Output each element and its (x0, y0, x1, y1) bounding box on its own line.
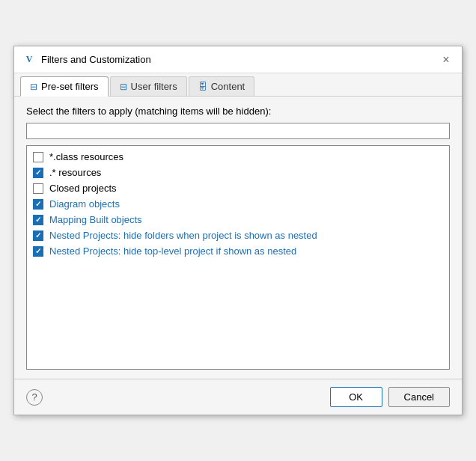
dialog-body: Select the filters to apply (matching it… (14, 97, 462, 379)
tab-preset-label: Pre-set filters (41, 81, 99, 92)
tab-content[interactable]: 🗄 Content (189, 76, 255, 96)
search-input[interactable] (26, 123, 450, 139)
filter-list: *.class resources .* resources Closed pr… (26, 145, 450, 370)
item-label-closed-projects: Closed projects (49, 183, 117, 194)
instruction-text: Select the filters to apply (matching it… (26, 106, 450, 117)
list-item[interactable]: Nested Projects: hide folders when proje… (27, 228, 449, 243)
tab-preset-filters[interactable]: ⊟ Pre-set filters (20, 76, 109, 97)
tab-user-filters[interactable]: ⊟ User filters (110, 76, 187, 96)
close-button[interactable]: × (439, 53, 453, 67)
ok-button[interactable]: OK (330, 387, 382, 407)
tab-user-label: User filters (131, 81, 177, 92)
tab-content-label: Content (211, 81, 245, 92)
content-icon: 🗄 (198, 82, 207, 92)
checkbox-nested-folders[interactable] (33, 230, 43, 241)
list-item[interactable]: Nested Projects: hide top-level project … (27, 243, 449, 259)
dialog-title: Filters and Customization (41, 54, 151, 65)
list-item[interactable]: Diagram objects (27, 196, 449, 212)
dialog-footer: ? OK Cancel (14, 379, 462, 415)
item-label-nested-top: Nested Projects: hide top-level project … (49, 245, 296, 257)
tabs-bar: ⊟ Pre-set filters ⊟ User filters 🗄 Conte… (14, 73, 462, 97)
checkbox-mapping-built[interactable] (33, 215, 43, 225)
cancel-button[interactable]: Cancel (388, 387, 450, 407)
checkbox-dot-resources[interactable] (33, 168, 43, 178)
checkbox-closed-projects[interactable] (33, 183, 43, 194)
title-bar-left: V Filters and Customization (23, 54, 151, 66)
item-label-mapping-built: Mapping Built objects (49, 214, 142, 225)
item-label-class-resources: *.class resources (49, 151, 123, 162)
footer-buttons: OK Cancel (330, 387, 450, 407)
checkbox-class-resources[interactable] (33, 152, 43, 162)
item-label-nested-folders: Nested Projects: hide folders when proje… (49, 230, 317, 241)
item-label-diagram-objects: Diagram objects (49, 198, 120, 210)
checkbox-nested-top[interactable] (33, 246, 43, 257)
help-button[interactable]: ? (26, 389, 43, 406)
filters-dialog: V Filters and Customization × ⊟ Pre-set … (13, 46, 463, 415)
list-item[interactable]: .* resources (27, 165, 449, 180)
list-item[interactable]: Closed projects (27, 180, 449, 196)
list-item[interactable]: *.class resources (27, 149, 449, 165)
checkbox-diagram-objects[interactable] (33, 199, 43, 210)
title-bar: V Filters and Customization × (14, 46, 462, 73)
filter-icon: ⊟ (30, 82, 37, 92)
filter-icon-user: ⊟ (120, 82, 127, 92)
app-logo-icon: V (23, 54, 35, 66)
list-item[interactable]: Mapping Built objects (27, 212, 449, 228)
item-label-dot-resources: .* resources (49, 167, 101, 178)
